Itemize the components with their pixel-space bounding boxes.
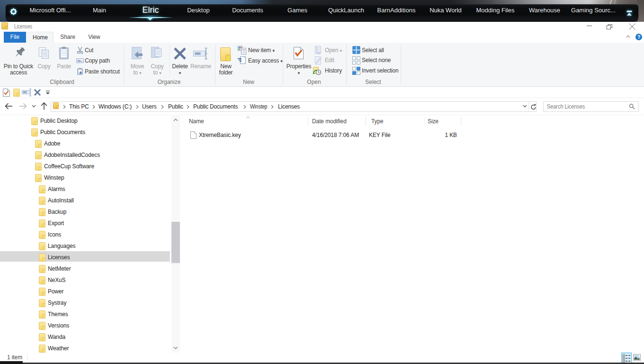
svg-text:W: W [77, 59, 80, 63]
